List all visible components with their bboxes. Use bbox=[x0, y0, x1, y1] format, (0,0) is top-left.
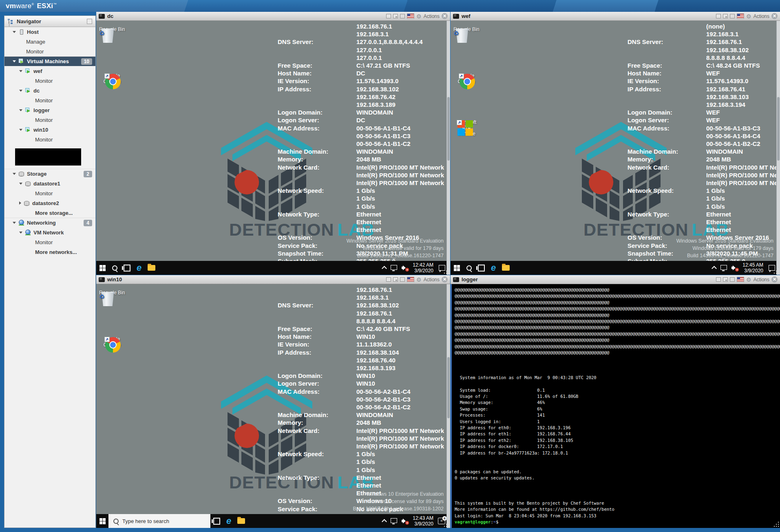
tray-chevron-icon[interactable] bbox=[712, 266, 717, 271]
window-titlebar[interactable]: wef ⚙ Actions ✕ bbox=[451, 12, 780, 21]
network-tray-icon[interactable] bbox=[720, 265, 727, 270]
chevron-right-icon[interactable] bbox=[19, 201, 21, 205]
close-icon[interactable]: ✕ bbox=[442, 276, 448, 283]
speaker-muted-icon[interactable]: × bbox=[731, 265, 738, 271]
console-viewport[interactable]: DETECTIONLAB ♻ Recycle Bin ↗ Google Chro… bbox=[96, 284, 450, 528]
sidebar-item-wef-monitor[interactable]: Monitor bbox=[4, 76, 95, 86]
sidebar-item-datastore2[interactable]: datastore2 bbox=[4, 198, 95, 208]
desktop-icon-google-chrome[interactable]: ↗ Google Chrome bbox=[99, 73, 126, 84]
window-titlebar[interactable]: win10 ⚙ Actions ✕ bbox=[96, 275, 450, 284]
search-icon[interactable] bbox=[108, 261, 121, 275]
start-button[interactable] bbox=[451, 261, 463, 275]
keyboard-layout-flag-icon[interactable] bbox=[407, 277, 414, 282]
console-scrollbar[interactable] bbox=[446, 21, 450, 275]
desktop-icon-recycle-bin[interactable]: ♻ Recycle Bin bbox=[99, 290, 126, 296]
window-restore-icon[interactable] bbox=[723, 277, 728, 282]
sidebar-item-dc-monitor[interactable]: Monitor bbox=[4, 95, 95, 105]
search-icon[interactable] bbox=[463, 261, 475, 275]
sidebar-item-storage[interactable]: Storage2 bbox=[4, 169, 95, 179]
desktop-icon-recycle-bin[interactable]: ♻ Recycle Bin bbox=[99, 26, 126, 32]
desktop-icon-google-chrome[interactable]: ↗ Google Chrome bbox=[453, 73, 480, 84]
network-tray-icon[interactable] bbox=[391, 518, 397, 523]
actions-gear-icon[interactable]: ⚙ bbox=[746, 277, 751, 283]
task-view-icon[interactable] bbox=[475, 261, 487, 275]
start-button[interactable] bbox=[96, 261, 108, 275]
internet-explorer-icon[interactable]: e bbox=[487, 261, 499, 275]
console-viewport[interactable]: DETECTIONLAB ♻ Recycle Bin ↗ Google Chro… bbox=[96, 21, 450, 275]
actions-button[interactable]: Actions bbox=[424, 277, 440, 283]
sidebar-item-vm-win10[interactable]: win10 bbox=[4, 125, 95, 135]
tray-chevron-icon[interactable] bbox=[382, 519, 387, 524]
resize-grip[interactable] bbox=[773, 268, 779, 274]
sidebar-item-more-networks[interactable]: More networks... bbox=[4, 247, 95, 257]
desktop-icon-recycle-bin[interactable]: ♻ Recycle Bin bbox=[453, 26, 480, 32]
sidebar-item-virtual-machines[interactable]: Virtual Machines10 bbox=[4, 56, 95, 66]
sidebar-item-host-manage[interactable]: Manage bbox=[4, 37, 95, 46]
file-explorer-icon[interactable] bbox=[499, 261, 512, 275]
chevron-down-icon[interactable] bbox=[19, 129, 22, 131]
window-titlebar[interactable]: dc ⚙ Actions ✕ bbox=[96, 12, 450, 21]
close-icon[interactable]: ✕ bbox=[771, 13, 778, 19]
window-size-icon[interactable] bbox=[716, 14, 721, 18]
window-size-icon[interactable] bbox=[716, 277, 721, 282]
sidebar-item-networking[interactable]: Networking4 bbox=[4, 218, 95, 227]
speaker-muted-icon[interactable]: × bbox=[402, 265, 408, 271]
sidebar-item-vm-logger[interactable]: logger bbox=[4, 105, 95, 115]
chevron-down-icon[interactable] bbox=[13, 31, 16, 33]
chevron-down-icon[interactable] bbox=[13, 222, 16, 224]
chevron-down-icon[interactable] bbox=[19, 109, 22, 111]
window-size-icon[interactable] bbox=[386, 277, 391, 282]
close-icon[interactable]: ✕ bbox=[771, 276, 778, 283]
chevron-down-icon[interactable] bbox=[19, 90, 22, 92]
chevron-down-icon[interactable] bbox=[19, 183, 22, 185]
window-maximize-icon[interactable] bbox=[730, 277, 735, 282]
internet-explorer-icon[interactable]: e bbox=[133, 261, 145, 275]
sidebar-item-host-monitor[interactable]: Monitor bbox=[4, 46, 95, 56]
tray-chevron-icon[interactable] bbox=[382, 266, 387, 271]
chevron-down-icon[interactable] bbox=[13, 60, 16, 62]
actions-gear-icon[interactable]: ⚙ bbox=[416, 277, 422, 283]
taskbar-clock[interactable]: 12:42 AM3/9/2020 bbox=[413, 262, 433, 274]
file-explorer-icon[interactable] bbox=[145, 261, 157, 275]
window-maximize-icon[interactable] bbox=[400, 14, 405, 18]
sidebar-item-datastore1[interactable]: datastore1 bbox=[4, 179, 95, 188]
actions-button[interactable]: Actions bbox=[753, 13, 769, 19]
window-restore-icon[interactable] bbox=[393, 277, 398, 282]
keyboard-layout-flag-icon[interactable] bbox=[737, 13, 744, 19]
desktop-icon-microsoft-ata-console[interactable]: ↗ Microsoft ATA Console bbox=[453, 119, 480, 137]
actions-button[interactable]: Actions bbox=[753, 277, 769, 283]
resize-grip[interactable] bbox=[773, 521, 779, 527]
sidebar-item-vm-network[interactable]: VM Network bbox=[4, 227, 95, 237]
panel-pin-icon[interactable] bbox=[87, 19, 92, 24]
actions-gear-icon[interactable]: ⚙ bbox=[746, 13, 751, 19]
actions-gear-icon[interactable]: ⚙ bbox=[416, 13, 422, 19]
file-explorer-icon[interactable] bbox=[235, 514, 247, 528]
sidebar-item-datastore1-monitor[interactable]: Monitor bbox=[4, 188, 95, 198]
window-maximize-icon[interactable] bbox=[400, 277, 405, 282]
sidebar-item-logger-monitor[interactable]: Monitor bbox=[4, 115, 95, 125]
window-restore-icon[interactable] bbox=[723, 14, 728, 18]
console-scrollbar[interactable] bbox=[776, 21, 780, 275]
console-scrollbar[interactable] bbox=[446, 284, 450, 528]
taskbar-search-input[interactable]: Type here to search bbox=[108, 514, 210, 528]
chevron-down-icon[interactable] bbox=[19, 232, 22, 234]
window-size-icon[interactable] bbox=[386, 14, 391, 18]
window-restore-icon[interactable] bbox=[393, 14, 398, 18]
keyboard-layout-flag-icon[interactable] bbox=[407, 13, 414, 19]
sidebar-item-vm-network-monitor[interactable]: Monitor bbox=[4, 237, 95, 247]
chevron-down-icon[interactable] bbox=[19, 70, 22, 72]
desktop-icon-google-chrome[interactable]: ↗ Google Chrome bbox=[99, 336, 126, 348]
close-icon[interactable]: ✕ bbox=[442, 13, 448, 19]
start-button[interactable] bbox=[96, 514, 108, 528]
resize-grip[interactable] bbox=[444, 268, 449, 274]
sidebar-item-host[interactable]: Host bbox=[4, 27, 95, 37]
window-maximize-icon[interactable] bbox=[730, 14, 735, 18]
console-viewport[interactable]: DETECTIONLAB ♻ Recycle Bin ↗ Google Chro… bbox=[451, 21, 780, 275]
window-titlebar[interactable]: logger ⚙ Actions ✕ bbox=[451, 275, 780, 284]
keyboard-layout-flag-icon[interactable] bbox=[737, 277, 744, 282]
task-view-icon[interactable] bbox=[121, 261, 133, 275]
chevron-down-icon[interactable] bbox=[13, 173, 16, 175]
actions-button[interactable]: Actions bbox=[424, 13, 440, 19]
speaker-muted-icon[interactable]: × bbox=[402, 518, 408, 524]
taskbar-clock[interactable]: 12:45 AM3/9/2020 bbox=[742, 262, 763, 274]
